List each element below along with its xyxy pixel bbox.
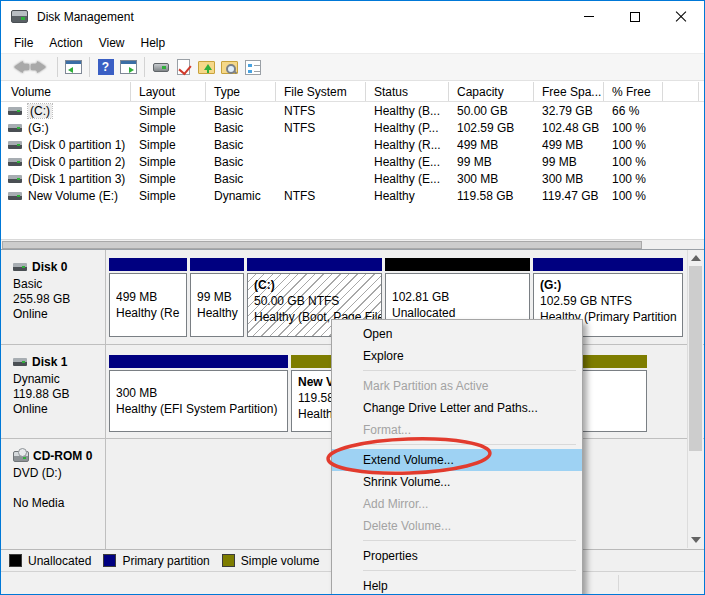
cell-fs: NTFS (276, 189, 366, 203)
column-header-file-system[interactable]: File System (276, 82, 366, 101)
column-header-pct-free[interactable]: % Free (604, 82, 663, 101)
volume-icon (8, 158, 22, 166)
table-row[interactable]: (Disk 0 partition 2) Simple Basic Health… (1, 153, 704, 170)
menu-item-extend-volume[interactable]: Extend Volume... (332, 449, 582, 471)
chevron-down-icon[interactable] (691, 537, 701, 543)
table-row[interactable]: (G:) Simple Basic NTFS Healthy (P... 102… (1, 119, 704, 136)
menu-view[interactable]: View (91, 34, 133, 52)
cell-fs: NTFS (276, 121, 366, 135)
partition-label: (C:) (254, 277, 381, 293)
legend-swatch-primary (103, 554, 116, 567)
back-button[interactable] (9, 58, 28, 77)
partition-color-bar (385, 258, 530, 271)
menu-item-explore[interactable]: Explore (332, 345, 582, 367)
folder-search-button[interactable] (220, 58, 239, 77)
cell-layout: Simple (131, 189, 206, 203)
vertical-scrollbar[interactable] (687, 250, 703, 548)
cell-free: 99 MB (534, 155, 604, 169)
disk0-info-panel[interactable]: Disk 0 Basic 255.98 GB Online (1, 250, 106, 344)
console-tree-icon (65, 60, 82, 74)
toolbar-separator (144, 57, 145, 77)
disk-management-window: Disk Management File Action View Help ? … (0, 0, 705, 595)
volume-name: (Disk 0 partition 2) (28, 155, 125, 169)
show-action-pane-button[interactable] (119, 58, 138, 77)
menu-action[interactable]: Action (41, 34, 90, 52)
device-button[interactable] (151, 58, 170, 77)
partition-size: 300 MB (116, 385, 287, 401)
toolbar: ? (1, 53, 704, 81)
table-row[interactable]: (C:) Simple Basic NTFS Healthy (B... 50.… (1, 102, 704, 119)
partition-size: 99 MB (197, 289, 243, 305)
column-header-volume[interactable]: Volume (1, 82, 131, 101)
menu-item-open[interactable]: Open (332, 323, 582, 345)
help-button[interactable]: ? (96, 58, 115, 77)
legend-unallocated: Unallocated (9, 554, 91, 568)
volume-icon (8, 175, 22, 183)
menu-help[interactable]: Help (133, 34, 174, 52)
partition-499mb[interactable]: 499 MBHealthy (Re (109, 258, 187, 337)
partition-size: 102.81 GB (392, 289, 529, 305)
chevron-up-icon[interactable] (691, 255, 701, 261)
cell-pct: 100 % (604, 121, 663, 135)
action-pane-icon (120, 60, 137, 74)
tasks-button[interactable] (243, 58, 262, 77)
cell-type: Basic (206, 155, 276, 169)
rescan-disks-icon (177, 59, 190, 75)
menu-item-change-drive-letter[interactable]: Change Drive Letter and Paths... (332, 397, 582, 419)
volume-list-pane: Volume Layout Type File System Status Ca… (1, 82, 704, 239)
cell-status: Healthy (366, 189, 449, 203)
table-row[interactable]: (Disk 1 partition 3) Simple Basic Health… (1, 170, 704, 187)
column-header-type[interactable]: Type (206, 82, 276, 101)
disk-name: Disk 1 (32, 355, 67, 369)
vertical-scrollbar-thumb[interactable] (689, 266, 702, 451)
disk-kind: Dynamic (13, 372, 101, 387)
cell-free: 102.48 GB (534, 121, 604, 135)
horizontal-scrollbar-thumb[interactable] (2, 241, 642, 249)
disk-kind: DVD (D:) (13, 466, 101, 481)
partition-color-bar (533, 258, 683, 271)
folder-up-button[interactable] (197, 58, 216, 77)
maximize-button[interactable] (612, 1, 658, 32)
table-row[interactable]: New Volume (E:) Simple Dynamic NTFS Heal… (1, 187, 704, 204)
volume-name: (G:) (28, 121, 49, 135)
cdrom-info-panel[interactable]: CD-ROM 0 DVD (D:) No Media (1, 439, 106, 550)
forward-button[interactable] (32, 58, 51, 77)
menu-separator (363, 370, 576, 371)
tasks-icon (245, 60, 261, 75)
column-header-blank (663, 82, 699, 101)
toolbar-separator (89, 57, 90, 77)
minimize-button[interactable] (566, 1, 612, 32)
partition-size: 499 MB (116, 289, 186, 305)
partition-color-bar (190, 258, 244, 271)
column-header-capacity[interactable]: Capacity (449, 82, 534, 101)
folder-search-icon (221, 61, 238, 74)
context-menu: Open Explore Mark Partition as Active Ch… (331, 319, 583, 595)
column-header-layout[interactable]: Layout (131, 82, 206, 101)
menu-file[interactable]: File (6, 34, 41, 52)
menu-item-mark-partition-active: Mark Partition as Active (332, 375, 582, 397)
menu-item-shrink-volume[interactable]: Shrink Volume... (332, 471, 582, 493)
close-button[interactable] (658, 1, 704, 32)
legend-primary-partition: Primary partition (103, 554, 209, 568)
show-console-tree-button[interactable] (64, 58, 83, 77)
menu-item-properties[interactable]: Properties (332, 545, 582, 567)
disk-status: Online (13, 307, 101, 322)
cell-status: Healthy (B... (366, 104, 449, 118)
rescan-disks-button[interactable] (174, 58, 193, 77)
disk-status: Online (13, 402, 101, 417)
column-header-free-space[interactable]: Free Spa... (534, 82, 604, 101)
volume-table-header: Volume Layout Type File System Status Ca… (1, 82, 704, 102)
partition-efi-system[interactable]: 300 MBHealthy (EFI System Partition) (109, 355, 288, 432)
cell-free: 499 MB (534, 138, 604, 152)
horizontal-scrollbar[interactable] (1, 239, 704, 249)
column-header-status[interactable]: Status (366, 82, 449, 101)
disk1-info-panel[interactable]: Disk 1 Dynamic 119.88 GB Online (1, 345, 106, 438)
table-row[interactable]: (Disk 0 partition 1) Simple Basic Health… (1, 136, 704, 153)
disk-kind: Basic (13, 277, 101, 292)
cell-type: Basic (206, 121, 276, 135)
menu-separator (363, 540, 576, 541)
cell-status: Healthy (R... (366, 138, 449, 152)
menu-item-help[interactable]: Help (332, 575, 582, 595)
cell-type: Basic (206, 138, 276, 152)
partition-99mb[interactable]: 99 MBHealthy (190, 258, 244, 337)
